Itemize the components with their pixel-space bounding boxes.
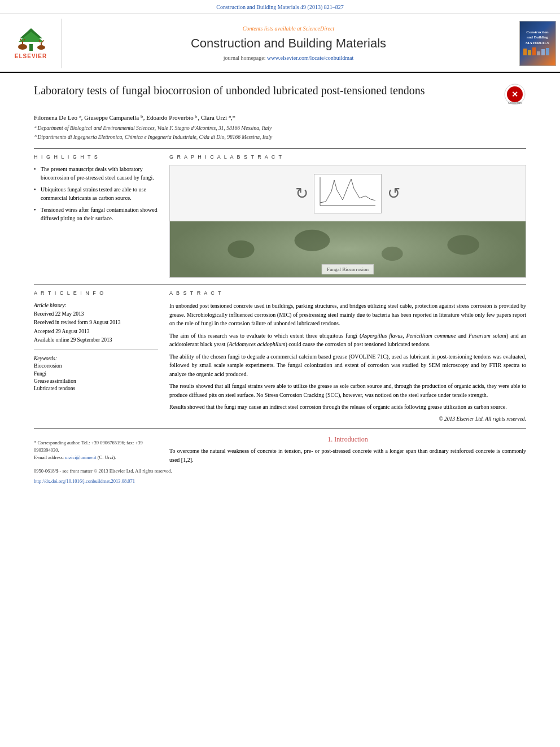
highlights-ga-section: H I G H L I G H T S The present manuscri… bbox=[0, 154, 560, 278]
article-info-column: A R T I C L E I N F O Article history: R… bbox=[34, 290, 158, 426]
elsevier-logo: ELSEVIER bbox=[14, 27, 48, 60]
article-info-heading: A R T I C L E I N F O bbox=[34, 290, 158, 297]
ga-top-panel: ↻ ↺ bbox=[170, 165, 526, 221]
journal-cover-image: Construction and Building MATERIALS bbox=[519, 21, 556, 66]
ga-chart-svg bbox=[314, 174, 381, 213]
crossmark-icon: ✕ CrossMark bbox=[504, 83, 526, 106]
abstract-copyright: © 2013 Elsevier Ltd. All rights reserved… bbox=[169, 415, 526, 423]
journal-title-area: Contents lists available at ScienceDirec… bbox=[62, 19, 515, 68]
svg-point-25 bbox=[295, 230, 330, 251]
sciencedirect-line: Contents lists available at ScienceDirec… bbox=[243, 25, 334, 33]
available-date: Available online 29 September 2013 bbox=[34, 336, 158, 344]
svg-rect-13 bbox=[532, 47, 536, 55]
page-footer: 0950-0618/$ - see front matter © 2013 El… bbox=[0, 466, 560, 477]
authors-section: Filomena De Leo ᵃ, Giuseppe Campanella ᵇ… bbox=[0, 110, 560, 144]
abstract-para-2: The aim of this research was to evaluate… bbox=[169, 331, 526, 349]
affiliation-a: ᵃ Department of Biological and Environme… bbox=[34, 124, 526, 132]
introduction-body-column: 1. Introduction To overcome the natural … bbox=[169, 435, 526, 465]
svg-point-27 bbox=[447, 235, 479, 255]
affiliations: ᵃ Department of Biological and Environme… bbox=[34, 124, 526, 141]
highlight-item-1: The present manuscript deals with labora… bbox=[34, 165, 158, 182]
introduction-text: To overcome the natural weakness of conc… bbox=[169, 447, 526, 464]
highlights-list: The present manuscript deals with labora… bbox=[34, 165, 158, 222]
elsevier-name-text: ELSEVIER bbox=[15, 53, 47, 60]
journal-title-text: Construction and Building Materials bbox=[191, 35, 386, 53]
svg-point-26 bbox=[382, 247, 403, 261]
elsevier-logo-area: ELSEVIER bbox=[0, 19, 62, 68]
abstract-para-3: The ability of the chosen fungi to degra… bbox=[169, 352, 526, 379]
svg-rect-11 bbox=[523, 49, 527, 55]
article-title-section: Laboratory tests of fungal biocorrosion … bbox=[0, 73, 560, 110]
highlights-column: H I G H L I G H T S The present manuscri… bbox=[34, 154, 158, 278]
article-history: Article history: Received 22 May 2013 Re… bbox=[34, 302, 158, 344]
keyword-2: Fungi bbox=[34, 370, 158, 378]
abstract-para-1: In unbonded post tensioned concrete used… bbox=[169, 302, 526, 328]
abstract-para-5: Results showed that the fungi may cause … bbox=[169, 403, 526, 412]
elsevier-tree-icon bbox=[14, 27, 48, 53]
info-abstract-section: A R T I C L E I N F O Article history: R… bbox=[0, 290, 560, 426]
svg-line-10 bbox=[42, 40, 43, 42]
homepage-url-text[interactable]: www.elsevier.com/locate/conbuildmat bbox=[267, 55, 353, 61]
journal-cover-area: Construction and Building MATERIALS bbox=[515, 19, 560, 68]
page: Construction and Building Materials 49 (… bbox=[0, 0, 560, 747]
svg-text:CrossMark: CrossMark bbox=[508, 101, 522, 104]
svg-rect-12 bbox=[528, 50, 531, 55]
sciencedirect-text[interactable]: ScienceDirect bbox=[303, 25, 334, 32]
svg-rect-16 bbox=[546, 48, 549, 55]
journal-reference: Construction and Building Materials 49 (… bbox=[0, 0, 560, 14]
cover-text: Construction and Building MATERIALS bbox=[526, 30, 549, 45]
doi-link[interactable]: http://dx.doi.org/10.1016/j.conbuildmat.… bbox=[34, 478, 135, 484]
keyword-3: Grease assimilation bbox=[34, 378, 158, 385]
svg-text:✕: ✕ bbox=[511, 90, 518, 99]
svg-point-24 bbox=[228, 241, 254, 259]
ga-arrow-right: ↺ bbox=[387, 182, 400, 204]
graphical-abstract-column: G R A P H I C A L A B S T R A C T ↻ bbox=[169, 154, 526, 278]
highlight-item-3: Tensioned wires after fungal contaminati… bbox=[34, 206, 158, 222]
keyword-1: Biocorrosion bbox=[34, 362, 158, 370]
cover-graphic bbox=[522, 46, 553, 57]
keyword-4: Lubricated tendons bbox=[34, 385, 158, 392]
intro-left-spacer: * Corresponding author. Tel.: +39 090676… bbox=[34, 435, 158, 465]
history-label: Article history: bbox=[34, 302, 158, 310]
accepted-date: Accepted 29 August 2013 bbox=[34, 327, 158, 336]
ga-caption-text: Fungal Biocorrosion bbox=[322, 264, 374, 275]
ga-chart bbox=[314, 174, 382, 213]
copyright-text: 0950-0618/$ - see front matter © 2013 El… bbox=[34, 468, 172, 475]
svg-point-7 bbox=[37, 45, 45, 50]
authors-text: Filomena De Leo ᵃ, Giuseppe Campanella ᵇ… bbox=[34, 114, 235, 121]
email-note: E-mail address: urzici@unime.it (C. Urzì… bbox=[34, 454, 158, 461]
journal-header: ELSEVIER Contents lists available at Sci… bbox=[0, 14, 560, 73]
article-title: Laboratory tests of fungal biocorrosion … bbox=[34, 83, 504, 98]
rule-keywords bbox=[34, 349, 158, 350]
highlight-item-2: Ubiquitous fungal strains tested are abl… bbox=[34, 185, 158, 202]
intro-section-number: 1. Introduction bbox=[169, 435, 526, 444]
introduction-section: * Corresponding author. Tel.: +39 090676… bbox=[0, 429, 560, 465]
keywords-section: Keywords: Biocorrosion Fungi Grease assi… bbox=[34, 355, 158, 392]
ga-arrow-left: ↻ bbox=[295, 182, 308, 204]
abstract-body: In unbonded post tensioned concrete used… bbox=[169, 302, 526, 423]
rule-after-ga bbox=[34, 285, 526, 285]
svg-point-3 bbox=[18, 44, 27, 50]
abstract-heading: A B S T R A C T bbox=[169, 290, 526, 297]
svg-rect-15 bbox=[541, 49, 545, 55]
email-link[interactable]: urzici@unime.it bbox=[65, 455, 96, 460]
authors-line: Filomena De Leo ᵃ, Giuseppe Campanella ᵇ… bbox=[34, 113, 526, 122]
rule-after-authors bbox=[34, 148, 526, 149]
journal-ref-text: Construction and Building Materials 49 (… bbox=[216, 4, 344, 10]
ga-heading: G R A P H I C A L A B S T R A C T bbox=[169, 154, 526, 161]
svg-rect-0 bbox=[29, 44, 33, 51]
abstract-para-4: The results showed that all fungal strai… bbox=[169, 382, 526, 399]
homepage-line: journal homepage: www.elsevier.com/locat… bbox=[224, 54, 353, 62]
ga-inner: ↻ ↺ bbox=[170, 165, 526, 277]
footnotes-area: * Corresponding author. Tel.: +39 090676… bbox=[34, 435, 158, 465]
graphical-abstract-image: ↻ ↺ bbox=[169, 165, 526, 278]
affiliation-b: ᵇ Dipartimento di Ingegneria Elettronica… bbox=[34, 133, 526, 141]
intro-body-text: To overcome the natural weakness of conc… bbox=[169, 448, 526, 463]
corresponding-note: * Corresponding author. Tel.: +39 090676… bbox=[34, 439, 158, 454]
svg-rect-14 bbox=[537, 51, 540, 55]
revised-date: Received in revised form 9 August 2013 bbox=[34, 318, 158, 327]
keywords-label: Keywords: bbox=[34, 356, 57, 361]
received-date: Received 22 May 2013 bbox=[34, 310, 158, 318]
abstract-column: A B S T R A C T In unbonded post tension… bbox=[169, 290, 526, 426]
doi-area: http://dx.doi.org/10.1016/j.conbuildmat.… bbox=[0, 477, 560, 490]
